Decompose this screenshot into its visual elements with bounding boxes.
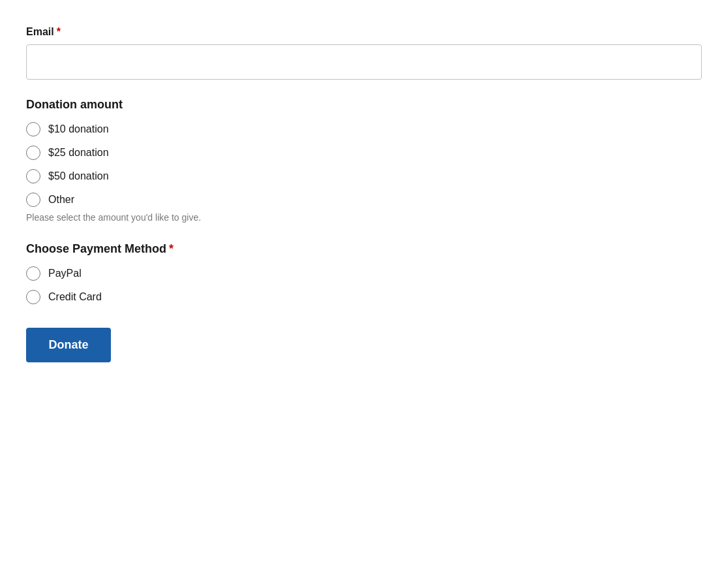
email-label: Email * [26, 26, 702, 38]
email-required-star: * [57, 26, 61, 38]
donation-amount-group: Donation amount $10 donation $25 donatio… [26, 98, 702, 223]
donation-option-other[interactable]: Other [26, 193, 702, 207]
payment-method-group: Choose Payment Method * PayPal Credit Ca… [26, 242, 702, 304]
payment-required-star: * [169, 242, 174, 256]
payment-option-paypal[interactable]: PayPal [26, 266, 702, 281]
donation-option-50[interactable]: $50 donation [26, 169, 702, 183]
donation-label-other: Other [48, 194, 74, 206]
donation-radio-group: $10 donation $25 donation $50 donation O… [26, 122, 702, 207]
payment-method-title: Choose Payment Method * [26, 242, 702, 256]
donation-option-25[interactable]: $25 donation [26, 146, 702, 160]
payment-method-title-text: Choose Payment Method [26, 242, 166, 256]
donation-radio-25[interactable] [26, 146, 40, 160]
email-label-text: Email [26, 26, 54, 38]
donation-label-25: $25 donation [48, 147, 109, 159]
donation-form: Email * Donation amount $10 donation $25… [0, 0, 728, 388]
payment-label-paypal: PayPal [48, 268, 82, 279]
payment-option-credit-card[interactable]: Credit Card [26, 290, 702, 304]
donation-radio-other[interactable] [26, 193, 40, 207]
email-input[interactable] [26, 44, 702, 80]
donation-amount-title: Donation amount [26, 98, 702, 112]
donation-hint: Please select the amount you'd like to g… [26, 212, 702, 223]
payment-radio-paypal[interactable] [26, 266, 40, 281]
donation-option-10[interactable]: $10 donation [26, 122, 702, 136]
payment-radio-credit-card[interactable] [26, 290, 40, 304]
donation-label-50: $50 donation [48, 170, 109, 182]
donation-radio-10[interactable] [26, 122, 40, 136]
payment-label-credit-card: Credit Card [48, 291, 102, 303]
donate-button[interactable]: Donate [26, 328, 111, 362]
donation-radio-50[interactable] [26, 169, 40, 183]
payment-radio-group: PayPal Credit Card [26, 266, 702, 304]
email-field-group: Email * [26, 26, 702, 80]
donation-label-10: $10 donation [48, 123, 109, 135]
